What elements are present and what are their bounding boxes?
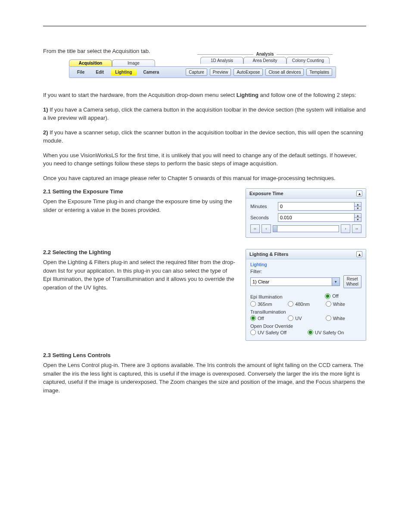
collapse-icon[interactable]: ▴ — [356, 251, 362, 257]
slider-forward-button[interactable]: › — [341, 224, 350, 233]
menu-edit[interactable]: Edit — [91, 69, 108, 75]
slider-fast-back-button[interactable]: ‹‹ — [250, 224, 260, 233]
capture-button[interactable]: Capture — [186, 68, 207, 76]
door-override-label: Open Door Override — [250, 324, 361, 329]
trans-white-radio[interactable]: White — [326, 315, 361, 321]
minutes-spinbox[interactable]: ▲▼ — [278, 202, 361, 211]
uv-safety-off-radio[interactable]: UV Safety Off — [250, 330, 306, 335]
text-2-3: Open the Lens Control plug-in. There are… — [43, 361, 366, 395]
preview-button[interactable]: Preview — [210, 68, 231, 76]
epi-label: Epi Illumination — [250, 294, 323, 299]
slider-fast-forward-button[interactable]: ›› — [352, 224, 361, 233]
menu-file[interactable]: File — [73, 69, 89, 75]
text-2-2: Open the Lighting & Filters plug-in and … — [43, 258, 235, 292]
paragraph-start-hardware: If you want to start the hardware, from … — [43, 91, 366, 100]
autoexpose-button[interactable]: AutoExpose — [234, 68, 263, 76]
exposure-slider[interactable] — [273, 225, 339, 232]
uv-safety-on-radio[interactable]: UV Safety On — [308, 330, 363, 335]
acquisition-toolbar: Acquisition Image Analysis 1D Analysis A… — [69, 58, 336, 78]
tab-1d-analysis[interactable]: 1D Analysis — [200, 57, 243, 64]
text-2-1: Open the Exposure Time plug-in and chang… — [43, 197, 235, 214]
lighting-group-title: Lighting — [250, 262, 361, 267]
paragraph-step1: 1) If you have a Camera setup, click the… — [43, 106, 366, 122]
slider-back-button[interactable]: ‹ — [262, 224, 271, 233]
exposure-time-panel: Exposure Time ▴ Minutes ▲▼ Seconds — [246, 188, 366, 238]
trans-off-radio[interactable]: Off — [250, 315, 286, 321]
close-all-button[interactable]: Close all devices — [265, 68, 304, 76]
heading-2-2: 2.2 Selecting the Lighting — [43, 249, 235, 255]
epi-off-radio[interactable]: Off — [325, 292, 361, 300]
epi-365nm-radio[interactable]: 365nm — [250, 301, 286, 307]
tab-image[interactable]: Image — [112, 59, 155, 66]
seconds-label: Seconds — [250, 215, 274, 220]
filter-value[interactable] — [251, 278, 332, 286]
spin-up-icon[interactable]: ▲ — [355, 214, 361, 218]
tab-acquisition[interactable]: Acquisition — [69, 59, 112, 66]
reset-wheel-button[interactable]: Reset Wheel — [343, 275, 361, 288]
seconds-input[interactable] — [278, 214, 354, 221]
chevron-down-icon[interactable]: ▼ — [332, 278, 339, 286]
tab-area-density[interactable]: Area Density — [243, 57, 286, 64]
minutes-input[interactable] — [278, 202, 354, 210]
tabs-row: Acquisition Image Analysis 1D Analysis A… — [69, 58, 336, 66]
minutes-label: Minutes — [250, 204, 274, 209]
seconds-spinbox[interactable]: ▲▼ — [278, 213, 361, 222]
tab-colony-counting[interactable]: Colony Counting — [286, 57, 330, 64]
heading-2-3: 2.3 Setting Lens Controls — [43, 352, 366, 358]
exposure-panel-title: Exposure Time — [249, 191, 283, 196]
lighting-panel-title: Lighting & Filters — [249, 252, 288, 257]
spin-down-icon[interactable]: ▼ — [355, 207, 361, 211]
menu-lighting[interactable]: Lighting — [111, 69, 136, 75]
filter-dropdown[interactable]: ▼ — [250, 277, 340, 286]
spin-up-icon[interactable]: ▲ — [355, 202, 361, 207]
epi-480nm-radio[interactable]: 480nm — [288, 301, 324, 307]
divider-line — [43, 26, 366, 26]
collapse-icon[interactable]: ▴ — [356, 190, 362, 196]
menu-camera[interactable]: Camera — [139, 69, 164, 75]
paragraph-step2: 2) If you have a scanner setup, click th… — [43, 128, 366, 145]
slider-thumb[interactable] — [273, 226, 277, 232]
templates-button[interactable]: Templates — [306, 68, 332, 76]
transillumination-label: Transillumination — [250, 309, 361, 314]
toolbar-menu-bar: File Edit Lighting Camera Capture Previe… — [69, 66, 336, 78]
filter-label: Filter: — [250, 269, 361, 274]
tabs-analysis-group: Analysis 1D Analysis Area Density Colony… — [194, 52, 336, 64]
trans-uv-radio[interactable]: UV — [288, 315, 324, 321]
paragraph-defaults: When you use VisionWorksLS for the first… — [43, 151, 366, 168]
spin-down-icon[interactable]: ▼ — [355, 218, 361, 222]
lighting-filters-panel: Lighting & Filters ▴ Lighting Filter: ▼ … — [246, 249, 366, 341]
epi-white-radio[interactable]: White — [326, 301, 361, 307]
paragraph-refer-ch5: Once you have captured an image please r… — [43, 174, 366, 183]
heading-2-1: 2.1 Setting the Exposure Time — [43, 188, 235, 195]
analysis-group-label: Analysis — [256, 52, 274, 56]
